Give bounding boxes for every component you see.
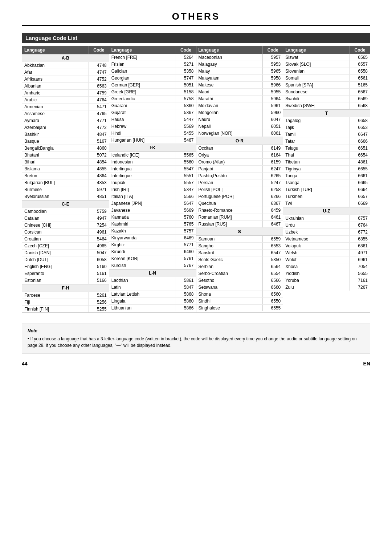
code-cell: 6657 bbox=[350, 193, 370, 200]
table-row: English [ENG]5160 bbox=[22, 263, 109, 270]
language-cell: Latin bbox=[109, 284, 176, 291]
code-cell: 5350 bbox=[263, 256, 283, 263]
language-cell: Norwegian [NOR] bbox=[196, 130, 263, 137]
code-cell: 6772 bbox=[350, 229, 370, 235]
code-cell: 6149 bbox=[263, 145, 283, 151]
table-row: Dutch [DUT]6058 bbox=[22, 256, 109, 263]
language-cell: Latvian;Lettish bbox=[109, 291, 176, 297]
code-cell: 5759 bbox=[89, 208, 109, 215]
table-row: Singhalese6555 bbox=[196, 305, 283, 311]
table-row: Quechua6367 bbox=[196, 200, 283, 207]
code-cell: 4961 bbox=[89, 229, 109, 235]
language-cell: Galician bbox=[109, 68, 176, 74]
language-cell: Lingala bbox=[109, 298, 176, 304]
table-row: Afrikaans4752 bbox=[22, 76, 109, 83]
language-cell: Slovak [SLO] bbox=[283, 61, 350, 68]
table-row: Afar4747 bbox=[22, 69, 109, 76]
language-cell: Croatian bbox=[22, 236, 89, 242]
code-cell: 5965 bbox=[263, 68, 283, 74]
language-cell: Tonga bbox=[283, 173, 350, 179]
table-row: Oromo (Afan)6159 bbox=[196, 159, 283, 166]
table-row: Yiddish5655 bbox=[283, 270, 370, 277]
table-row: Malagasy5953 bbox=[196, 61, 283, 68]
table-row: Italian [ITA]5566 bbox=[109, 193, 196, 200]
code-cell: 6651 bbox=[350, 145, 370, 151]
section-label-2-2: S bbox=[196, 228, 283, 236]
code-cell: 6557 bbox=[350, 61, 370, 68]
note-text: If you choose a language that has a 3-le… bbox=[28, 336, 364, 349]
table-row: Croatian5464 bbox=[22, 236, 109, 243]
table-row: Russian [RUS]6467 bbox=[196, 221, 283, 228]
table-row: Arabic4764 bbox=[22, 97, 109, 104]
language-cell: Abkhazian bbox=[22, 62, 89, 69]
code-cell: 5758 bbox=[176, 96, 196, 102]
language-cell: Hebrew bbox=[109, 123, 176, 130]
code-cell: 5861 bbox=[176, 277, 196, 284]
language-cell: Persian bbox=[196, 179, 263, 186]
table-row: Georgian5747 bbox=[109, 75, 196, 82]
language-header: Language bbox=[283, 46, 350, 54]
table-row: Bengali;Bangla4860 bbox=[22, 145, 109, 152]
code-cell: 6665 bbox=[350, 179, 370, 186]
table-row: Kazakh5757 bbox=[109, 228, 196, 235]
table-row: Hausa5447 bbox=[109, 116, 196, 123]
section-label-3-2: U-Z bbox=[283, 207, 370, 215]
language-cell: Estonian bbox=[22, 277, 89, 284]
language-cell: Somali bbox=[283, 75, 350, 81]
language-header: Language bbox=[196, 46, 263, 54]
table-row: Japanese [JPN]5647 bbox=[109, 200, 196, 207]
code-cell: 4864 bbox=[89, 173, 109, 179]
language-cell: Yoruba bbox=[283, 277, 350, 284]
code-cell: 5255 bbox=[89, 306, 109, 312]
language-cell: Swahili bbox=[283, 96, 350, 102]
code-cell: 6655 bbox=[350, 166, 370, 172]
table-row: Chinese [CHI]7254 bbox=[22, 222, 109, 229]
code-cell: 5669 bbox=[176, 207, 196, 214]
table-row: French [FRE]5264 bbox=[109, 54, 196, 61]
code-cell: 5166 bbox=[89, 277, 109, 284]
code-cell: 5957 bbox=[263, 54, 283, 61]
language-indicator: EN bbox=[363, 361, 370, 366]
language-cell: Thai bbox=[283, 152, 350, 158]
language-cell: Oromo (Afan) bbox=[196, 159, 263, 165]
table-row: Icelandic [ICE]5565 bbox=[109, 152, 196, 159]
language-cell: Scots Gaelic bbox=[196, 256, 263, 263]
code-cell: 6554 bbox=[263, 270, 283, 277]
language-cell: Malagasy bbox=[196, 61, 263, 68]
language-cell: Siswat bbox=[283, 54, 350, 61]
table-row: Shona6560 bbox=[196, 291, 283, 298]
table-row: Turkish [TUR]6664 bbox=[283, 186, 370, 193]
table-row: Indonesian5560 bbox=[109, 159, 196, 166]
table-row: Kurdish5767 bbox=[109, 262, 196, 269]
code-cell: 4765 bbox=[89, 110, 109, 117]
code-cell: 5261 bbox=[89, 292, 109, 299]
page-title: OTHERS bbox=[22, 11, 370, 26]
language-cell: Vietnamese bbox=[283, 236, 350, 242]
language-cell: English [ENG] bbox=[22, 263, 89, 270]
code-cell: 6566 bbox=[263, 277, 283, 284]
code-cell: 5557 bbox=[176, 179, 196, 186]
language-cell: Burmese bbox=[22, 186, 89, 193]
table-row: Zulu7267 bbox=[283, 284, 370, 291]
code-cell: 4860 bbox=[89, 145, 109, 151]
code-header: Code bbox=[176, 46, 196, 54]
table-row: Bulgarian [BUL]4853 bbox=[22, 179, 109, 186]
table-row: Tamil6647 bbox=[283, 131, 370, 138]
language-cell: Fiji bbox=[22, 299, 89, 305]
table-row: Javanese5669 bbox=[109, 207, 196, 214]
language-cell: Nepali bbox=[196, 123, 263, 130]
code-cell: 5047 bbox=[89, 250, 109, 256]
code-cell: 5360 bbox=[176, 102, 196, 109]
code-cell: 5455 bbox=[176, 130, 196, 137]
table-row: Azerbaijani4772 bbox=[22, 124, 109, 131]
language-cell: Sesotho bbox=[196, 277, 263, 284]
code-cell: 6461 bbox=[263, 214, 283, 220]
code-cell: 5569 bbox=[176, 123, 196, 130]
table-row: Moldavian5961 bbox=[196, 102, 283, 109]
table-row: Gujarati5367 bbox=[109, 109, 196, 116]
code-cell: 4747 bbox=[89, 69, 109, 76]
col-header-0: LanguageCode bbox=[22, 46, 109, 54]
language-cell: Dutch [DUT] bbox=[22, 256, 89, 263]
page-footer: 44 EN bbox=[22, 361, 370, 366]
table-row: Amharic4759 bbox=[22, 90, 109, 97]
